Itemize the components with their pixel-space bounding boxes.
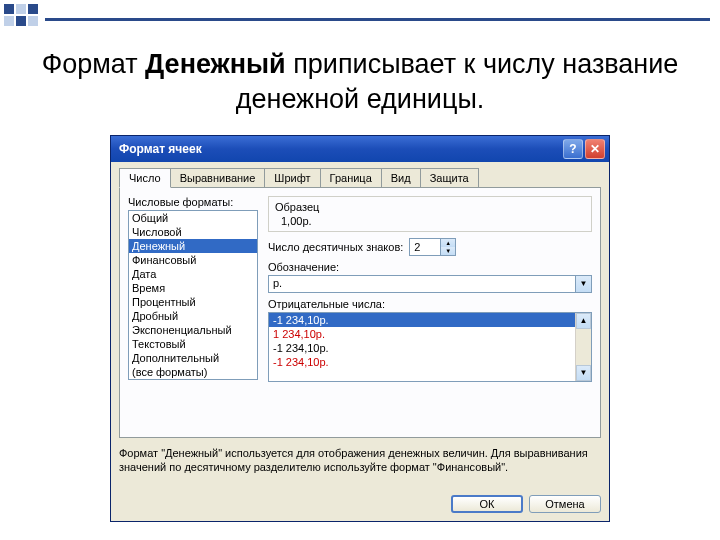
format-list[interactable]: ОбщийЧисловойДенежныйФинансовыйДатаВремя… [128, 210, 258, 380]
dialog-footer: ОК Отмена [111, 487, 609, 521]
format-cells-dialog: Формат ячеек ? ✕ ЧислоВыравниваниеШрифтГ… [110, 135, 610, 522]
sample-value: 1,00р. [275, 215, 585, 227]
decimals-label: Число десятичных знаков: [268, 241, 403, 253]
close-button[interactable]: ✕ [585, 139, 605, 159]
list-item[interactable]: Финансовый [129, 253, 257, 267]
slide-title: Формат Денежный приписывает к числу назв… [0, 35, 720, 135]
decimals-input[interactable] [410, 239, 440, 255]
ok-button[interactable]: ОК [451, 495, 523, 513]
list-item[interactable]: Общий [129, 211, 257, 225]
dialog-title: Формат ячеек [119, 142, 563, 156]
tab-5[interactable]: Защита [420, 168, 479, 187]
list-item[interactable]: Время [129, 281, 257, 295]
tab-3[interactable]: Граница [320, 168, 382, 187]
scroll-down-icon[interactable]: ▼ [576, 365, 591, 381]
list-item[interactable]: -1 234,10р. [269, 313, 591, 327]
decimals-spinner[interactable]: ▲ ▼ [409, 238, 456, 256]
tab-4[interactable]: Вид [381, 168, 421, 187]
tab-1[interactable]: Выравнивание [170, 168, 266, 187]
titlebar[interactable]: Формат ячеек ? ✕ [111, 136, 609, 162]
spinner-down-icon[interactable]: ▼ [440, 247, 455, 255]
tab-2[interactable]: Шрифт [264, 168, 320, 187]
spinner-up-icon[interactable]: ▲ [440, 239, 455, 247]
list-item[interactable]: Процентный [129, 295, 257, 309]
scroll-up-icon[interactable]: ▲ [576, 313, 591, 329]
list-item[interactable]: (все форматы) [129, 365, 257, 379]
formats-label: Числовые форматы: [128, 196, 258, 208]
list-item[interactable]: -1 234,10р. [269, 355, 591, 369]
list-item[interactable]: Текстовый [129, 337, 257, 351]
sample-box: Образец 1,00р. [268, 196, 592, 232]
symbol-value: р. [269, 276, 575, 292]
symbol-dropdown[interactable]: р. ▼ [268, 275, 592, 293]
list-item[interactable]: 1 234,10р. [269, 327, 591, 341]
negative-label: Отрицательные числа: [268, 298, 592, 310]
help-button[interactable]: ? [563, 139, 583, 159]
negative-list[interactable]: -1 234,10р.1 234,10р.-1 234,10р.-1 234,1… [268, 312, 592, 382]
decorative-squares [0, 0, 45, 30]
list-item[interactable]: Числовой [129, 225, 257, 239]
slide-header [0, 0, 720, 35]
description: Формат "Денежный" используется для отобр… [119, 438, 601, 479]
list-item[interactable]: Денежный [129, 239, 257, 253]
scrollbar[interactable]: ▲ ▼ [575, 313, 591, 381]
list-item[interactable]: Экспоненциальный [129, 323, 257, 337]
dropdown-icon[interactable]: ▼ [575, 276, 591, 292]
list-item[interactable]: Дата [129, 267, 257, 281]
list-item[interactable]: -1 234,10р. [269, 341, 591, 355]
header-line [45, 18, 710, 21]
list-item[interactable]: Дополнительный [129, 351, 257, 365]
cancel-button[interactable]: Отмена [529, 495, 601, 513]
symbol-label: Обозначение: [268, 261, 592, 273]
tab-0[interactable]: Число [119, 168, 171, 188]
list-item[interactable]: Дробный [129, 309, 257, 323]
tab-content: Числовые форматы: ОбщийЧисловойДенежныйФ… [119, 188, 601, 438]
tabs: ЧислоВыравниваниеШрифтГраницаВидЗащита [119, 168, 601, 188]
sample-label: Образец [275, 201, 585, 213]
